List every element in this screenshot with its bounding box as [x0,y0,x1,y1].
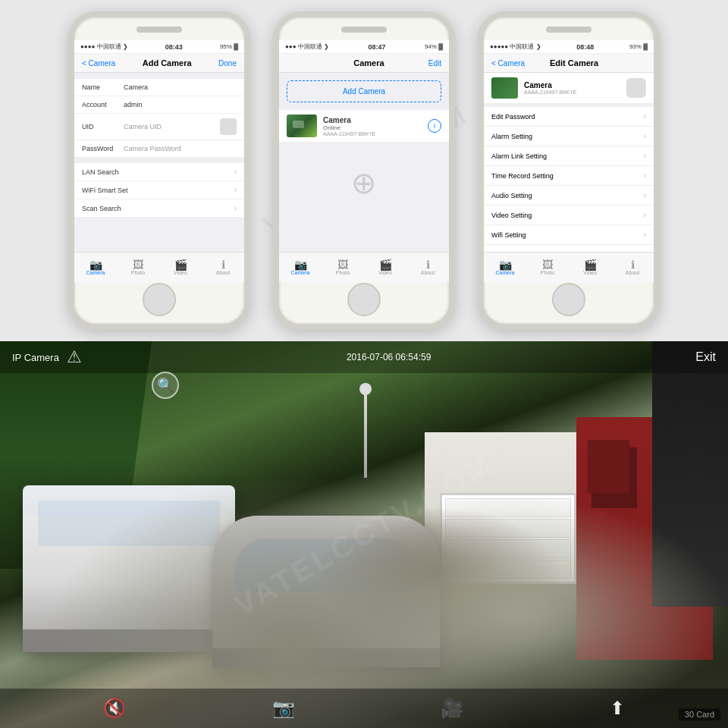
phone2-tab-camera[interactable]: 📷 Camera [279,255,322,280]
phone1-scan-btn[interactable] [220,118,237,135]
phone2-tab-photo-label: Photo [336,270,350,275]
phone2-tab-photo[interactable]: 🖼 Photo [322,255,364,280]
phone1-scan-search-label: Scan Search [82,205,234,212]
p2-about-tab-icon: ℹ [426,259,430,270]
phone2-add-camera-section: Add Camera [279,80,449,102]
settings-alarm-link[interactable]: Alarm Link Setting › [484,146,654,166]
p3-video-tab-icon: 🎬 [584,259,597,270]
share-button[interactable]: ⬆ [610,698,625,719]
settings-video-chevron-icon: › [644,211,646,219]
phone1-lan-search-label: LAN Search [82,168,234,176]
phone1-screen: ●●●● 中国联通 ❯ 08:43 95% ▓ < Camera Add Cam… [74,40,244,282]
snapshot-button[interactable]: 📷 [272,698,295,719]
p2-video-tab-icon: 🎬 [379,259,392,270]
settings-audio[interactable]: Audio Setting › [484,186,654,206]
p3-photo-tab-icon: 🖼 [542,259,553,270]
phone1-done-button[interactable]: Done [218,59,237,67]
camera-list-item[interactable]: Camera Online AAAA-219497-B8KYE i [279,110,449,143]
phone2-content: Add Camera Camera Online AAAA-219497-B8K… [279,73,449,252]
feed-top-bar: IP Camera ⚠ 2016-07-06 06:54:59 Exit [0,341,728,373]
settings-edit-password-chevron-icon: › [644,112,646,121]
phone1-password-label: PassWord [82,145,124,152]
feed-overlay [0,341,728,728]
phone3-nav-bar: < Camera Edit Camera [484,54,654,73]
phone3-status-bar: ●●●●● 中国联通 ❯ 08:48 93% ▓ [484,40,654,54]
phone1-nav-title: Add Camera [143,58,192,67]
edit-camera-action-button[interactable] [626,78,646,98]
exit-button[interactable]: Exit [695,350,716,364]
feed-bottom-controls: 🔇 📷 🎥 ⬆ [0,689,728,728]
phone1-tab-photo[interactable]: 🖼 Photo [117,255,159,280]
phone3-tab-camera[interactable]: 📷 Camera [484,255,526,280]
phone1-lan-search-row[interactable]: LAN Search › [74,163,244,181]
video-tab-icon: 🎬 [174,259,187,270]
phone2-tab-bar: 📷 Camera 🖼 Photo 🎬 Video ℹ About [279,252,449,282]
settings-alarm[interactable]: Alarm Setting › [484,127,654,146]
phone3-tab-about-label: About [626,270,639,275]
phone3-settings-list: Edit Password › Alarm Setting › Alarm Li… [484,107,654,252]
top-section: VATELCCTV.COM ●●●● 中国联通 ❯ 08:43 95% ▓ < … [0,0,728,341]
phone2-nav-title: Camera [353,58,384,67]
camera-status: Online [323,124,428,131]
phone2-nav-bar: Camera Edit [279,54,449,73]
phone1-uid-input[interactable]: Camera UID [124,123,220,130]
phone-add-camera: ●●●● 中国联通 ❯ 08:43 95% ▓ < Camera Add Cam… [68,11,250,330]
phone2-status-bar: ●●● 中国联通 ❯ 08:47 94% ▓ [279,40,449,54]
settings-edit-password[interactable]: Edit Password › [484,107,654,127]
phone3-time: 08:48 [576,43,594,51]
settings-alarm-chevron-icon: › [644,132,646,140]
p3-about-tab-icon: ℹ [631,259,635,270]
phone1-tab-photo-label: Photo [131,270,145,275]
camera-info-button[interactable]: i [428,119,441,133]
phone1-wifi-smart-row[interactable]: WiFi Smart Set › [74,181,244,199]
phone1-basic-fields: Name Camera Account admin UID Camera UID… [74,79,244,157]
phone1-account-value[interactable]: admin [124,101,237,108]
phone1-scan-chevron-icon: › [234,204,237,212]
phone2-tab-video-label: Video [378,270,392,275]
phone1-scan-search-row[interactable]: Scan Search › [74,199,244,217]
settings-video[interactable]: Video Setting › [484,206,654,225]
phone1-account-label: Account [82,101,124,108]
photo-tab-icon: 🖼 [133,259,143,270]
phone1-password-input[interactable]: Camera PassWord [124,145,237,152]
feed-timestamp: 2016-07-06 06:54:59 [347,352,431,362]
camera-info: Camera Online AAAA-219497-B8KYE [323,116,428,136]
phone2-extra-icon: ⊕ [279,165,449,200]
mute-button[interactable]: 🔇 [103,698,126,719]
phone1-network-fields: LAN Search › WiFi Smart Set › Scan Searc… [74,163,244,217]
phone1-uid-row: UID Camera UID [74,114,244,140]
phone2-edit-button[interactable]: Edit [428,59,441,67]
phone1-status-left: ●●●● 中国联通 ❯ [80,42,128,51]
phone3-back-button[interactable]: < Camera [491,59,525,67]
phone1-lan-chevron-icon: › [234,168,237,176]
phone1-name-value[interactable]: Camera [124,83,237,91]
phone3-tab-photo[interactable]: 🖼 Photo [526,255,569,280]
phone2-tab-about[interactable]: ℹ About [406,255,449,280]
phone1-status-bar: ●●●● 中国联通 ❯ 08:43 95% ▓ [74,40,244,54]
record-button[interactable]: 🎥 [441,698,463,719]
phone1-tab-about[interactable]: ℹ About [202,255,244,280]
settings-sd-card[interactable]: SD Card Setting › [484,245,654,252]
phone3-tab-camera-label: Camera [496,270,515,275]
phone2-tab-video[interactable]: 🎬 Video [364,255,406,280]
add-icon[interactable]: ⊕ [351,165,377,200]
edit-camera-thumbnail [491,77,518,99]
phone3-tab-about[interactable]: ℹ About [611,255,654,280]
phone1-name-label: Name [82,83,124,91]
p2-camera-tab-icon: 📷 [294,259,307,270]
feed-label: IP Camera [12,352,59,363]
add-camera-button[interactable]: Add Camera [287,80,441,102]
settings-alarm-link-chevron-icon: › [644,152,646,160]
phone1-tab-camera[interactable]: 📷 Camera [74,255,117,280]
camera-name: Camera [323,116,428,124]
phone2-status-right: 94% ▓ [425,43,443,50]
settings-time-record[interactable]: Time Record Setting › [484,166,654,186]
zoom-button[interactable]: 🔍 [152,372,179,399]
phone3-tab-bar: 📷 Camera 🖼 Photo 🎬 Video ℹ About [484,252,654,282]
settings-wifi[interactable]: Wifi Setting › [484,225,654,245]
phone1-tab-video[interactable]: 🎬 Video [159,255,202,280]
phone1-back-button[interactable]: < Camera [82,59,115,67]
phone3-status-right: 93% ▓ [629,43,648,50]
phone3-tab-video[interactable]: 🎬 Video [569,255,611,280]
feed-top-left: IP Camera ⚠ [12,347,82,367]
